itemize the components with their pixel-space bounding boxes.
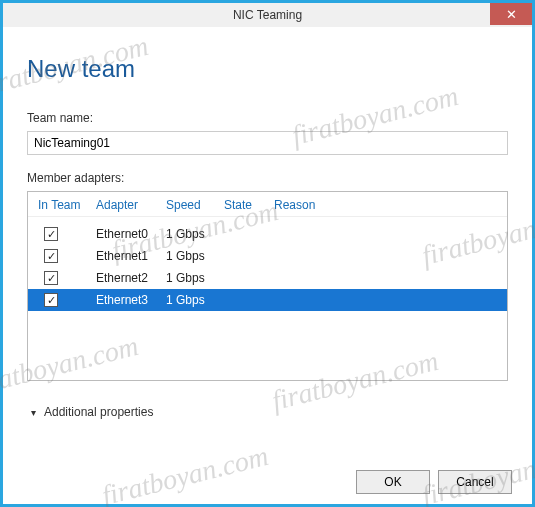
- table-row[interactable]: ✓Ethernet01 Gbps: [28, 223, 507, 245]
- col-reason[interactable]: Reason: [274, 198, 497, 212]
- table-row[interactable]: ✓Ethernet21 Gbps: [28, 267, 507, 289]
- close-icon: ✕: [506, 7, 517, 22]
- additional-properties-toggle[interactable]: ▾ Additional properties: [27, 405, 508, 419]
- speed-cell: 1 Gbps: [166, 271, 224, 285]
- speed-cell: 1 Gbps: [166, 293, 224, 307]
- additional-properties-label: Additional properties: [44, 405, 153, 419]
- dialog-content: New team Team name: Member adapters: In …: [3, 27, 532, 429]
- adapter-cell: Ethernet3: [96, 293, 166, 307]
- speed-cell: 1 Gbps: [166, 227, 224, 241]
- adapter-cell: Ethernet2: [96, 271, 166, 285]
- inteam-checkbox[interactable]: ✓: [44, 227, 58, 241]
- col-adapter[interactable]: Adapter: [96, 198, 166, 212]
- grid-body: ✓Ethernet01 Gbps✓Ethernet11 Gbps✓Etherne…: [28, 217, 507, 311]
- adapters-grid: In Team Adapter Speed State Reason ✓Ethe…: [27, 191, 508, 381]
- member-adapters-label: Member adapters:: [27, 171, 508, 185]
- ok-button[interactable]: OK: [356, 470, 430, 494]
- col-state[interactable]: State: [224, 198, 274, 212]
- team-name-input[interactable]: [27, 131, 508, 155]
- page-title: New team: [27, 55, 508, 83]
- dialog-footer: OK Cancel: [356, 470, 512, 494]
- team-name-label: Team name:: [27, 111, 508, 125]
- inteam-checkbox[interactable]: ✓: [44, 293, 58, 307]
- cancel-button[interactable]: Cancel: [438, 470, 512, 494]
- close-button[interactable]: ✕: [490, 3, 532, 25]
- col-inteam[interactable]: In Team: [38, 198, 96, 212]
- table-row[interactable]: ✓Ethernet11 Gbps: [28, 245, 507, 267]
- chevron-down-icon: ▾: [31, 407, 36, 418]
- adapter-cell: Ethernet0: [96, 227, 166, 241]
- col-speed[interactable]: Speed: [166, 198, 224, 212]
- titlebar: NIC Teaming ✕: [3, 3, 532, 27]
- inteam-checkbox[interactable]: ✓: [44, 249, 58, 263]
- speed-cell: 1 Gbps: [166, 249, 224, 263]
- grid-header: In Team Adapter Speed State Reason: [28, 192, 507, 217]
- dialog-window: NIC Teaming ✕ New team Team name: Member…: [0, 0, 535, 507]
- window-title: NIC Teaming: [233, 8, 302, 22]
- table-row[interactable]: ✓Ethernet31 Gbps: [28, 289, 507, 311]
- inteam-checkbox[interactable]: ✓: [44, 271, 58, 285]
- adapter-cell: Ethernet1: [96, 249, 166, 263]
